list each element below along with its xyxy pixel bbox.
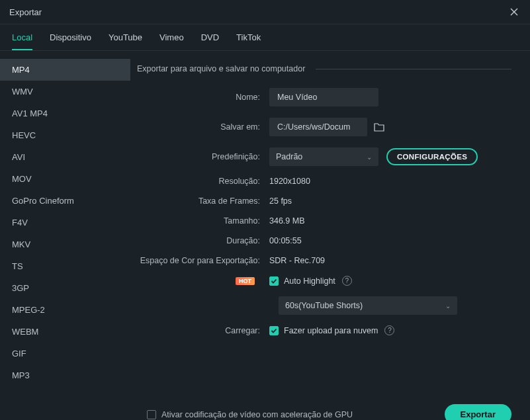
size-value: 346.9 MB — [269, 216, 305, 226]
section-header-text: Exportar para arquivo e salvar no comput… — [137, 64, 305, 73]
framerate-value: 25 fps — [269, 196, 292, 206]
footer: Ativar codificação de vídeo com aceleraç… — [0, 395, 530, 420]
row-framerate: Taxa de Frames: 25 fps — [137, 196, 511, 206]
close-icon — [510, 8, 518, 16]
size-label: Tamanho: — [137, 216, 269, 226]
format-sidebar: MP4 WMV AV1 MP4 HEVC AVI MOV GoPro Cinef… — [0, 51, 130, 395]
hot-badge: HOT — [236, 277, 255, 285]
save-path[interactable]: C:/Users/ws/Docum — [269, 118, 367, 136]
section-header: Exportar para arquivo e salvar no comput… — [137, 64, 511, 73]
export-button[interactable]: Exportar — [445, 404, 511, 420]
row-autohighlight: HOT Auto Highlight ? — [137, 276, 511, 286]
preset-value: Padrão — [276, 152, 302, 161]
row-upload: Carregar: Fazer upload para nuvem ? — [137, 325, 511, 335]
preset-label: Predefinição: — [137, 152, 269, 161]
tab-dispositivo[interactable]: Dispositivo — [50, 32, 91, 50]
hot-badge-container: HOT — [137, 277, 269, 285]
row-preset: Predefinição: Padrão ⌄ CONFIGURAÇÕES — [137, 147, 511, 166]
colorspace-label: Espaço de Cor para Exportação: — [137, 256, 269, 265]
config-button[interactable]: CONFIGURAÇÕES — [386, 148, 478, 165]
framerate-label: Taxa de Frames: — [137, 196, 269, 206]
save-label: Salvar em: — [137, 122, 269, 132]
tab-vimeo[interactable]: Vimeo — [159, 32, 184, 50]
row-size: Tamanho: 346.9 MB — [137, 216, 511, 226]
check-icon — [271, 327, 277, 334]
tab-youtube[interactable]: YouTube — [109, 32, 142, 50]
format-f4v[interactable]: F4V — [0, 212, 130, 233]
tab-dvd[interactable]: DVD — [201, 32, 219, 50]
format-mpeg2[interactable]: MPEG-2 — [0, 299, 130, 321]
row-save: Salvar em: C:/Users/ws/Docum — [137, 117, 511, 137]
browse-folder-button[interactable] — [370, 117, 388, 137]
row-colorspace: Espaço de Cor para Exportação: SDR - Rec… — [137, 256, 511, 265]
row-shorts: 60s(YouTube Shorts) ⌄ — [137, 296, 511, 315]
help-icon[interactable]: ? — [342, 276, 352, 286]
format-ts[interactable]: TS — [0, 255, 130, 277]
name-input[interactable] — [269, 88, 378, 106]
upload-label: Carregar: — [137, 326, 269, 335]
duration-value: 00:05:55 — [269, 236, 302, 245]
duration-label: Duração: — [137, 236, 269, 245]
format-3gp[interactable]: 3GP — [0, 277, 130, 299]
format-webm[interactable]: WEBM — [0, 321, 130, 343]
settings-panel: Exportar para arquivo e salvar no comput… — [130, 51, 530, 395]
main-area: MP4 WMV AV1 MP4 HEVC AVI MOV GoPro Cinef… — [0, 51, 530, 395]
titlebar: Exportar — [0, 0, 530, 24]
autohighlight-checkbox[interactable] — [269, 276, 279, 286]
folder-icon — [374, 122, 384, 132]
row-name: Nome: — [137, 88, 511, 106]
resolution-label: Resolução: — [137, 177, 269, 186]
format-mp3[interactable]: MP3 — [0, 364, 130, 386]
format-mkv[interactable]: MKV — [0, 233, 130, 255]
gpu-row: Ativar codificação de vídeo com aceleraç… — [147, 410, 353, 419]
gpu-checkbox[interactable] — [147, 410, 156, 419]
format-avi[interactable]: AVI — [0, 146, 130, 168]
shorts-select[interactable]: 60s(YouTube Shorts) ⌄ — [279, 296, 457, 315]
preset-select[interactable]: Padrão ⌄ — [269, 147, 378, 166]
close-button[interactable] — [508, 5, 521, 19]
format-hevc[interactable]: HEVC — [0, 124, 130, 146]
autohighlight-label: Auto Highlight — [284, 276, 335, 286]
tab-local[interactable]: Local — [12, 32, 32, 50]
gpu-label: Ativar codificação de vídeo com aceleraç… — [161, 410, 353, 419]
row-resolution: Resolução: 1920x1080 — [137, 177, 511, 186]
chevron-down-icon: ⌄ — [445, 302, 451, 310]
colorspace-value: SDR - Rec.709 — [269, 256, 325, 265]
upload-text: Fazer upload para nuvem — [284, 326, 378, 335]
format-av1mp4[interactable]: AV1 MP4 — [0, 103, 130, 124]
check-icon — [271, 278, 277, 284]
format-mp4[interactable]: MP4 — [0, 59, 130, 81]
shorts-value: 60s(YouTube Shorts) — [285, 301, 363, 310]
name-label: Nome: — [137, 93, 269, 102]
chevron-down-icon: ⌄ — [367, 153, 372, 161]
format-gopro[interactable]: GoPro Cineform — [0, 190, 130, 212]
upload-checkbox[interactable] — [269, 326, 279, 335]
window-title: Exportar — [9, 7, 42, 17]
format-mov[interactable]: MOV — [0, 168, 130, 190]
divider — [316, 69, 511, 69]
tab-tiktok[interactable]: TikTok — [236, 32, 261, 50]
format-gif[interactable]: GIF — [0, 343, 130, 364]
help-icon[interactable]: ? — [384, 325, 394, 335]
format-wmv[interactable]: WMV — [0, 81, 130, 103]
tabbar: Local Dispositivo YouTube Vimeo DVD TikT… — [0, 24, 530, 51]
resolution-value: 1920x1080 — [269, 177, 310, 186]
row-duration: Duração: 00:05:55 — [137, 236, 511, 245]
